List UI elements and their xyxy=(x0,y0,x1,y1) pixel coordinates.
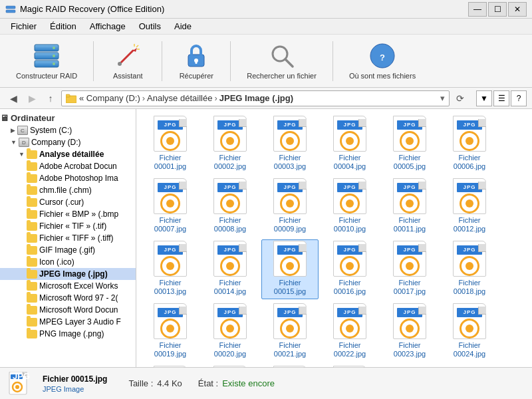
jpg-circle xyxy=(160,256,180,276)
sidebar-item-cursor[interactable]: Cursor (.cur) xyxy=(0,196,136,208)
sidebar-item-word97[interactable]: Microsoft Word 97 - 2( xyxy=(0,292,136,304)
jpg-file-icon: JPG xyxy=(271,119,309,152)
status-filetype: JPEG Image xyxy=(43,385,107,393)
file-item[interactable]: JPG Fichier00023.jpg xyxy=(381,302,438,362)
refresh-button[interactable]: ⟳ xyxy=(452,90,468,106)
menu-bar: Fichier Édition Affichage Outils Aide xyxy=(0,19,532,35)
ou-sont-label: Où sont mes fichiers xyxy=(349,72,416,80)
file-item[interactable]: JPG Fichier00009.jpg xyxy=(261,177,319,237)
file-item[interactable]: JPG Fichier00015.jpg xyxy=(261,239,319,299)
rechercher-button[interactable]: Rechercher un fichier xyxy=(241,40,322,82)
sidebar-item-png[interactable]: PNG Image (.png) xyxy=(0,328,136,340)
minimize-button[interactable]: — xyxy=(468,2,487,17)
file-item[interactable]: JPG Fichier00008.jpg xyxy=(201,177,259,237)
file-name: Fichier00014.jpg xyxy=(214,279,246,296)
file-item[interactable]: JPG Fichier00013.jpg xyxy=(142,239,199,299)
sidebar-item-mpeg[interactable]: MPEG Layer 3 Audio F xyxy=(0,316,136,328)
jpg-file-icon: JPG xyxy=(451,119,488,152)
file-item[interactable]: JPG Fichier00002.jpg xyxy=(201,114,259,174)
forward-button[interactable]: ▶ xyxy=(24,90,40,106)
maximize-button[interactable]: ☐ xyxy=(488,2,507,17)
jpg-circle xyxy=(400,131,420,151)
file-name: Fichier00022.jpg xyxy=(334,341,366,358)
file-item[interactable]: JPG Fichier00005.jpg xyxy=(381,114,438,174)
sidebar-item-jpeg[interactable]: JPEG Image (.jpg) xyxy=(0,268,136,280)
menu-fichier[interactable]: Fichier xyxy=(5,20,42,33)
sidebar-item-excel[interactable]: Microsoft Excel Works xyxy=(0,280,136,292)
close-button[interactable]: ✕ xyxy=(508,2,527,17)
sidebar-item-chm[interactable]: chm.file (.chm) xyxy=(0,184,136,196)
menu-affichage[interactable]: Affichage xyxy=(84,20,131,33)
svg-point-29 xyxy=(15,385,19,389)
title-bar-left: Magic RAID Recovery (Office Edition) xyxy=(5,4,164,15)
file-item[interactable]: JPG Fichier00021.jpg xyxy=(261,302,319,362)
raid-button[interactable]: Constructeur RAID xyxy=(11,40,82,82)
file-item[interactable]: JPG Fichier00001.jpg xyxy=(142,114,199,174)
file-item[interactable]: JPG Fichier00016.jpg xyxy=(321,239,378,299)
sidebar-item-gif[interactable]: GIF Image (.gif) xyxy=(0,244,136,256)
recuperer-label: Récupérer xyxy=(180,72,213,80)
file-item[interactable]: JPG Fichier00017.jpg xyxy=(381,239,438,299)
jpg-file-icon: JPG xyxy=(391,182,428,214)
view-button[interactable]: ☰ xyxy=(493,90,509,106)
jpg-file-icon: JPG xyxy=(152,119,189,152)
file-name: Fichier00001.jpg xyxy=(154,154,186,171)
jpg-file-icon: JPG xyxy=(331,244,368,277)
menu-aide[interactable]: Aide xyxy=(169,20,197,33)
computer-icon: 🖥 xyxy=(0,113,9,123)
sidebar-item-worddoc[interactable]: Microsoft Word Docun xyxy=(0,304,136,316)
address-bar: ◀ ▶ ↑ « Company (D:) › Analyse détaillée… xyxy=(0,88,532,109)
file-item[interactable]: JPG Fichier00006.jpg xyxy=(441,114,498,174)
jpg-file-icon: JPG xyxy=(391,119,428,152)
sidebar-item-bmp[interactable]: Fichier « BMP » (.bmp xyxy=(0,208,136,220)
sidebar-item-ico[interactable]: Icon (.ico) xyxy=(0,256,136,268)
icon-body: JPG xyxy=(333,366,366,367)
folder-jpeg-icon xyxy=(27,270,37,279)
recuperer-button[interactable]: Récupérer xyxy=(173,40,219,82)
file-item[interactable]: JPG Fichier00011.jpg xyxy=(381,177,438,237)
file-item[interactable]: JPG Fichier00012.jpg xyxy=(441,177,498,237)
icon-fold xyxy=(478,182,486,190)
file-name: Fichier00017.jpg xyxy=(394,279,426,296)
sidebar-label-cursor: Cursor (.cur) xyxy=(39,198,84,207)
file-item[interactable]: JPG Fichier00024.jpg xyxy=(441,302,498,362)
file-item[interactable]: JPG Fichier00004.jpg xyxy=(321,114,378,174)
sidebar-item-acrobat[interactable]: Adobe Acrobat Docun xyxy=(0,160,136,172)
file-item[interactable]: JPG Fichier00010.jpg xyxy=(321,177,378,237)
file-name: Fichier00007.jpg xyxy=(154,216,186,233)
sidebar-label-jpeg: JPEG Image (.jpg) xyxy=(39,269,108,279)
file-item[interactable]: JPG Fichier00007.jpg xyxy=(142,177,199,237)
jpg-circle xyxy=(340,319,360,338)
jpg-circle xyxy=(280,319,300,338)
file-item[interactable]: JPG Fichier00022.jpg xyxy=(321,302,378,362)
file-item[interactable]: JPG Fichier00018.jpg xyxy=(441,239,498,299)
jpg-file-icon: JPG xyxy=(451,182,488,214)
address-path[interactable]: « Company (D:) › Analyse détaillée › JPE… xyxy=(61,90,450,106)
file-item[interactable]: JPG Fichier00020.jpg xyxy=(201,302,259,362)
menu-edition[interactable]: Édition xyxy=(45,20,82,33)
svg-text:JPG: JPG xyxy=(13,372,30,381)
up-button[interactable]: ↑ xyxy=(43,90,59,106)
icon-fold xyxy=(478,244,486,252)
svg-rect-22 xyxy=(66,94,70,97)
sidebar-item-tiff[interactable]: Fichier « TIFF » (.tiff) xyxy=(0,232,136,244)
sidebar-item-tif[interactable]: Fichier « TIF » (.tif) xyxy=(0,220,136,232)
file-item[interactable]: JPG Fichier00014.jpg xyxy=(201,239,259,299)
ou-sont-button[interactable]: ? Où sont mes fichiers xyxy=(344,40,421,82)
filter-button[interactable]: ▼ xyxy=(476,90,492,106)
file-item[interactable]: JPG Fichier00019.jpg xyxy=(142,302,199,362)
sidebar-item-systemc[interactable]: ▶ C System (C:) xyxy=(0,124,136,136)
file-item[interactable]: JPG Fichier00003.jpg xyxy=(261,114,319,174)
icon-fold xyxy=(299,244,307,252)
jpg-file-icon: JPG xyxy=(451,244,488,277)
icon-fold xyxy=(478,307,486,315)
sidebar-item-photoshop[interactable]: Adobe Photoshop Ima xyxy=(0,172,136,184)
back-button[interactable]: ◀ xyxy=(5,90,21,106)
svg-point-5 xyxy=(53,47,55,49)
menu-outils[interactable]: Outils xyxy=(134,20,166,33)
help-addr-button[interactable]: ? xyxy=(511,90,527,106)
sidebar-item-analyse[interactable]: ▼ Analyse détaillée xyxy=(0,148,136,160)
sidebar-item-companyd[interactable]: ▼ D Company (D:) xyxy=(0,136,136,148)
status-state: État : Existe encore xyxy=(198,378,275,388)
assistant-button[interactable]: Assistant xyxy=(104,40,151,82)
